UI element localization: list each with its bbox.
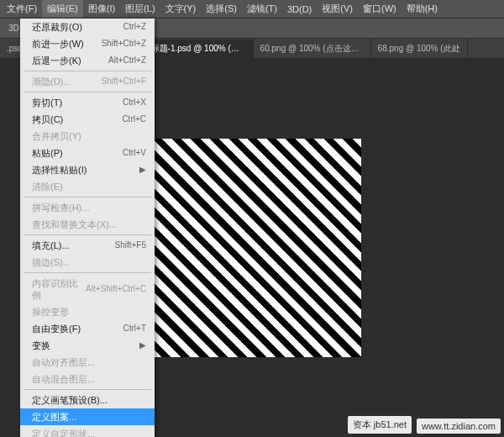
menu-item: 内容识别比例Alt+Shift+Ctrl+C <box>20 275 155 303</box>
menu-item[interactable]: 还原裁剪(O)Ctrl+Z <box>20 18 155 35</box>
menu-7[interactable]: 3D(D) <box>282 2 317 17</box>
menu-item-label: 后退一步(K) <box>32 55 81 66</box>
menu-item[interactable]: 粘贴(P)Ctrl+V <box>20 145 155 161</box>
menu-item-label: 定义图案... <box>32 411 76 423</box>
menu-item-shortcut: Ctrl+V <box>123 147 146 159</box>
menu-item-label: 内容识别比例 <box>32 277 86 301</box>
menu-10[interactable]: 帮助(H) <box>402 0 443 18</box>
menu-item-shortcut: Ctrl+Z <box>123 21 147 33</box>
edit-menu-dropdown: 还原裁剪(O)Ctrl+Z前进一步(W)Shift+Ctrl+Z后退一步(K)A… <box>20 18 155 437</box>
menu-item-label: 描边(S)... <box>32 256 71 268</box>
menu-item-shortcut: Alt+Shift+Ctrl+C <box>86 283 146 295</box>
menu-5[interactable]: 选择(S) <box>201 0 242 18</box>
menubar: 文件(F)编辑(E)图像(I)图层(L)文字(Y)选择(S)滤镜(T)3D(D)… <box>0 0 504 18</box>
menu-item-label: 选择性粘贴(I) <box>32 164 87 176</box>
menu-item-shortcut: Alt+Ctrl+Z <box>108 55 146 66</box>
menu-item-label: 定义自定形状... <box>32 428 95 437</box>
doc-tab-4[interactable]: 68.png @ 100% (此处 <box>371 39 468 58</box>
menu-0[interactable]: 文件(F) <box>2 0 42 18</box>
menu-item-shortcut: Shift+F5 <box>114 240 146 251</box>
menu-9[interactable]: 窗口(W) <box>358 0 402 18</box>
menu-item[interactable]: 填充(L)...Shift+F5 <box>20 237 155 254</box>
menu-item-label: 自由变换(F) <box>32 323 81 334</box>
menu-item: 自动对齐图层... <box>20 354 155 371</box>
menu-item-label: 合并拷贝(Y) <box>32 130 81 142</box>
menu-item: 操控变形 <box>20 303 155 320</box>
menu-item: 渐隐(D)...Shift+Ctrl+F <box>20 73 155 90</box>
menu-separator <box>24 272 151 273</box>
menu-item-label: 清除(E) <box>32 181 63 192</box>
menu-item-label: 填充(L)... <box>32 240 70 251</box>
menu-item-label: 还原裁剪(O) <box>32 21 82 33</box>
doc-tab-3[interactable]: 60.png @ 100% (点击这个... <box>254 39 371 58</box>
watermark-text-1: 资本 jb51.net <box>348 416 412 434</box>
menu-3[interactable]: 图层(L) <box>120 0 160 18</box>
menu-item[interactable]: 后退一步(K)Alt+Ctrl+Z <box>20 52 155 69</box>
menu-item-label: 定义画笔预设(B)... <box>32 394 108 406</box>
menu-item[interactable]: 变换▶ <box>20 337 155 354</box>
menu-item[interactable]: 剪切(T)Ctrl+X <box>20 94 155 111</box>
menu-item-label: 自动混合图层... <box>32 373 95 385</box>
watermark: 资本 jb51.net www.tt.zidian.com <box>348 416 501 434</box>
menu-item: 清除(E) <box>20 178 155 195</box>
menu-4[interactable]: 文字(Y) <box>160 0 202 18</box>
menu-item: 查找和替换文本(X)... <box>20 216 155 233</box>
menu-separator <box>24 234 151 235</box>
menu-item[interactable]: 拷贝(C)Ctrl+C <box>20 111 155 128</box>
menu-item[interactable]: 选择性粘贴(I)▶ <box>20 161 155 178</box>
menu-item[interactable]: 自由变换(F)Ctrl+T <box>20 320 155 337</box>
menu-item-label: 自动对齐图层... <box>32 356 95 368</box>
menu-6[interactable]: 滤镜(T) <box>242 0 282 18</box>
menu-item-shortcut: Shift+Ctrl+F <box>102 76 146 87</box>
menu-2[interactable]: 图像(I) <box>83 0 120 18</box>
menu-item-shortcut: Ctrl+X <box>123 97 146 108</box>
menu-item: 合并拷贝(Y) <box>20 128 155 145</box>
menu-item: 拼写检查(H)... <box>20 199 155 216</box>
menu-separator <box>24 197 151 197</box>
menu-item-label: 查找和替换文本(X)... <box>32 218 117 230</box>
menu-8[interactable]: 视图(V) <box>317 0 358 18</box>
menu-item-label: 操控变形 <box>32 306 69 318</box>
menu-item-label: 粘贴(P) <box>32 147 63 159</box>
menu-item[interactable]: 定义画笔预设(B)... <box>20 392 155 408</box>
menu-item-label: 前进一步(W) <box>32 38 84 50</box>
menu-item-label: 剪切(T) <box>32 97 62 108</box>
menu-item-shortcut: Ctrl+T <box>123 323 147 334</box>
menu-item-shortcut: Shift+Ctrl+Z <box>102 38 146 50</box>
menu-separator <box>24 389 151 390</box>
menu-item-label: 拼写检查(H)... <box>32 202 89 213</box>
menu-item[interactable]: 前进一步(W)Shift+Ctrl+Z <box>20 35 155 52</box>
menu-item-label: 渐隐(D)... <box>32 76 71 87</box>
menu-item-label: 拷贝(C) <box>32 113 63 125</box>
menu-separator <box>24 71 151 71</box>
menu-item[interactable]: 定义图案... <box>20 408 155 425</box>
menu-item-label: 变换 <box>32 340 50 351</box>
menu-separator <box>24 92 151 92</box>
watermark-text-2: www.tt.zidian.com <box>417 419 501 434</box>
chevron-right-icon: ▶ <box>139 164 146 176</box>
menu-item: 定义自定形状... <box>20 425 155 437</box>
menu-item-shortcut: Ctrl+C <box>122 113 146 125</box>
menu-1[interactable]: 编辑(E) <box>42 0 83 18</box>
menu-item: 自动混合图层... <box>20 371 155 387</box>
chevron-right-icon: ▶ <box>139 340 146 351</box>
menu-item: 描边(S)... <box>20 254 155 271</box>
document-canvas[interactable] <box>143 139 361 357</box>
